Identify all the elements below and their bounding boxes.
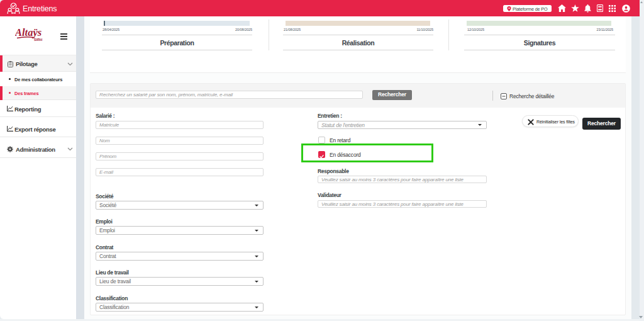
svg-text:SIRH: SIRH [34, 38, 42, 42]
